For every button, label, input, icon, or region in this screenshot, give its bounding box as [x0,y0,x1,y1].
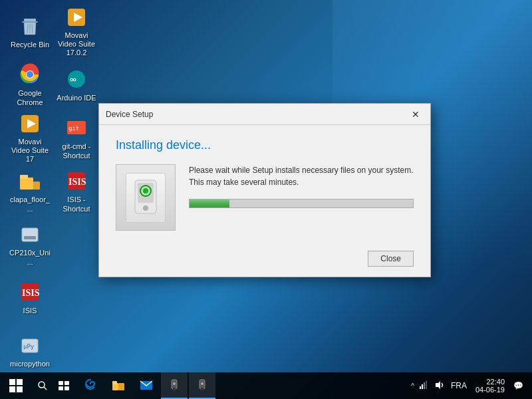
cp210x-icon[interactable]: CP210x_Uni... [7,219,53,269]
svg-text:ISIS: ISIS [22,288,40,298]
svg-rect-17 [20,175,28,179]
dialog-heading: Installing device... [116,138,414,152]
clapa-floor-label: clapa_floor_... [9,196,51,213]
taskbar-edge-icon[interactable] [77,372,104,399]
svg-rect-51 [426,381,427,389]
dialog-close-button[interactable]: ✕ [408,106,424,122]
device-setup-dialog: Device Setup ✕ Installing device... [98,103,431,277]
isis-shortcut-label: ISIS - Shortcut [56,196,97,213]
progress-bar-container [189,199,414,208]
google-chrome-icon[interactable]: Google Chrome [7,60,53,110]
svg-rect-40 [118,383,124,390]
dialog-device-image [116,164,176,231]
svg-text:git: git [68,125,79,132]
desktop-icons-container: Recycle Bin Movavi Video Suite 17.0.2 [7,7,100,399]
google-chrome-label: Google Chrome [9,89,51,106]
cp210x-label: CP210x_Uni... [9,249,51,266]
svg-rect-16 [20,178,33,190]
close-button[interactable]: Close [368,251,414,267]
svg-rect-22 [24,236,36,239]
svg-point-9 [27,71,33,78]
system-tray: ^ FRA 22:40 04-06-19 💬 [411,378,532,394]
svg-point-47 [201,382,203,385]
dialog-footer: Close [99,244,430,277]
svg-rect-34 [59,381,63,385]
movavi17-label: Movavi Video Suite 17 [9,138,51,164]
task-view-button[interactable] [53,372,74,399]
svg-point-32 [39,382,45,388]
taskbar-app-icons [74,372,218,399]
progress-bar-fill [190,200,229,207]
git-cmd-label: git-cmd - Shortcut [56,142,97,160]
windows-logo-icon [9,379,23,392]
dialog-titlebar: Device Setup ✕ [99,104,430,125]
svg-marker-52 [436,381,440,389]
git-cmd-icon[interactable]: git git-cmd - Shortcut [53,113,100,163]
start-button[interactable] [0,372,32,399]
svg-rect-35 [65,381,69,385]
svg-point-31 [143,188,148,194]
svg-point-29 [143,205,148,211]
taskbar-usb-device1-icon[interactable] [161,372,188,399]
svg-rect-49 [422,384,423,389]
dialog-description: Please wait while Setup installs necessa… [189,164,414,188]
svg-text:ISIS: ISIS [68,177,86,187]
svg-rect-36 [59,386,63,390]
svg-point-44 [173,382,176,385]
taskbar-clock[interactable]: 22:40 04-06-19 [471,378,509,394]
svg-rect-37 [65,386,69,390]
taskbar-file-explorer-icon[interactable] [105,372,132,399]
volume-icon[interactable] [433,380,446,392]
taskbar-search-button[interactable] [32,372,53,399]
taskbar-mail-icon[interactable] [133,372,160,399]
clock-date: 04-06-19 [475,386,505,394]
language-indicator[interactable]: FRA [449,381,469,390]
device-icon [126,173,166,223]
isis2-label: ISIS [23,307,37,315]
dialog-content-row: Please wait while Setup installs necessa… [116,164,414,231]
svg-rect-18 [33,182,40,190]
svg-rect-0 [24,19,36,21]
svg-rect-46 [201,388,203,390]
taskbar-usb-device2-icon[interactable] [189,372,215,399]
dialog-right-content: Please wait while Setup installs necessa… [189,164,414,208]
micropython-icon[interactable]: μPy micropython [7,326,53,376]
svg-line-33 [44,387,47,390]
micropython-label: micropython [10,360,50,368]
desktop: Recycle Bin Movavi Video Suite 17.0.2 [0,0,532,399]
dialog-body: Installing device... Please wait [99,125,430,244]
svg-rect-43 [173,388,176,390]
notification-chevron[interactable]: ^ [411,382,414,390]
clock-time: 22:40 [475,378,505,386]
svg-rect-1 [22,21,38,23]
arduino-ide-icon[interactable]: ∞ Arduino IDE [53,60,100,110]
svg-text:∞: ∞ [70,74,76,84]
taskbar: ^ FRA 22:40 04-06-19 💬 [0,372,532,399]
network-icon[interactable] [417,380,430,392]
isis2-icon[interactable]: ISIS ISIS [7,273,53,323]
isis-shortcut-icon[interactable]: ISIS ISIS - Shortcut [53,166,100,216]
notification-icon[interactable]: 💬 [511,381,525,390]
movavi17-icon[interactable]: Movavi Video Suite 17 [7,113,53,163]
svg-text:μPy: μPy [23,343,35,350]
recycle-bin-icon[interactable]: Recycle Bin [7,7,53,57]
movavi-label: Movavi Video Suite 17.0.2 [56,31,97,58]
svg-rect-50 [424,382,425,389]
clapa-floor-icon[interactable]: clapa_floor_... [7,166,53,216]
dialog-title: Device Setup [106,110,408,119]
recycle-bin-label: Recycle Bin [11,41,49,49]
svg-rect-48 [420,386,421,389]
arduino-ide-label: Arduino IDE [57,94,96,102]
movavi-icon[interactable]: Movavi Video Suite 17.0.2 [53,7,100,57]
svg-rect-39 [112,381,117,384]
